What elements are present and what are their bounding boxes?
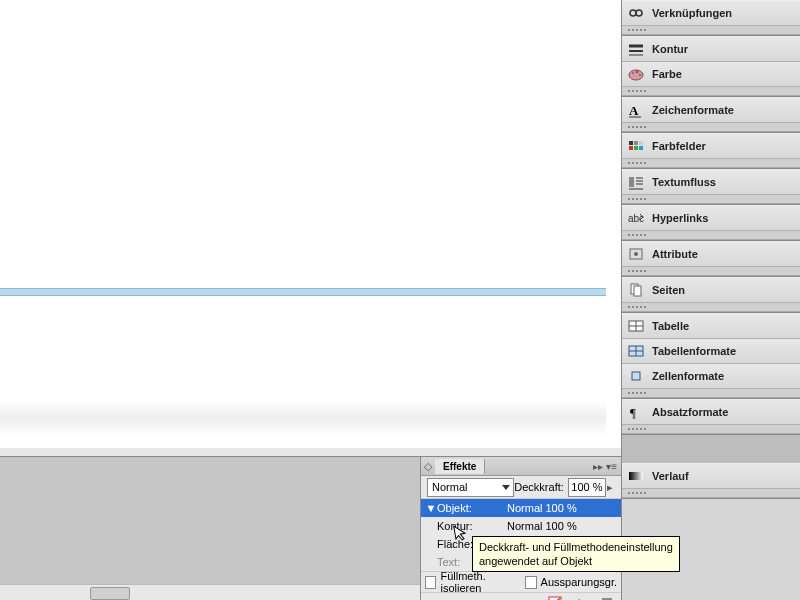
panel-label: Tabellenformate <box>652 345 736 357</box>
panel-gripper[interactable] <box>622 26 800 35</box>
svg-rect-11 <box>629 141 633 145</box>
opacity-stepper-icon[interactable]: ▸ <box>606 481 615 494</box>
panel-label: Verknüpfungen <box>652 7 732 19</box>
panel-label: Zeichenformate <box>652 104 734 116</box>
table-icon <box>626 317 646 335</box>
parastyles-icon: ¶ <box>626 403 646 421</box>
panel-gripper[interactable] <box>622 303 800 312</box>
panel-label: Kontur <box>652 43 688 55</box>
attributes-icon <box>626 245 646 263</box>
gradient-icon <box>626 467 646 485</box>
knockout-label: Aussparungsgr. <box>541 576 617 588</box>
tablestyles-icon <box>626 342 646 360</box>
svg-rect-17 <box>629 177 634 187</box>
svg-point-1 <box>636 10 642 16</box>
blend-mode-value: Normal <box>432 481 467 493</box>
panel-button-gradient[interactable]: Verlauf <box>622 464 800 489</box>
panel-button-color[interactable]: Farbe <box>622 62 800 87</box>
panel-gripper[interactable] <box>622 425 800 434</box>
blend-mode-select[interactable]: Normal <box>427 478 514 497</box>
svg-point-7 <box>636 71 639 74</box>
knockout-checkbox[interactable] <box>525 576 536 589</box>
svg-rect-39 <box>602 598 612 600</box>
effects-target-row[interactable]: ▼Objekt:Normal 100 % <box>421 499 621 517</box>
panel-label: Tabelle <box>652 320 689 332</box>
svg-rect-26 <box>634 286 641 296</box>
guide-line <box>0 288 606 296</box>
panel-button-stroke[interactable]: Kontur <box>622 37 800 62</box>
opacity-input[interactable]: 100 % <box>568 478 606 497</box>
tooltip: Deckkraft- und Füllmethodeneinstellung a… <box>472 536 680 572</box>
blend-opacity-row: Normal Deckkraft: 100 % ▸ <box>421 476 621 499</box>
svg-rect-14 <box>629 146 633 150</box>
svg-point-6 <box>632 72 635 75</box>
svg-point-0 <box>630 10 636 16</box>
pages-icon <box>626 281 646 299</box>
panel-gripper[interactable] <box>622 231 800 240</box>
panel-gripper[interactable] <box>622 489 800 498</box>
clear-effects-icon[interactable] <box>547 596 563 600</box>
panel-button-tablestyles[interactable]: Tabellenformate <box>622 339 800 364</box>
panel-gripper[interactable] <box>622 159 800 168</box>
svg-point-24 <box>634 252 638 256</box>
svg-text:¶: ¶ <box>630 405 636 420</box>
opacity-label: Deckkraft: <box>514 481 564 493</box>
effects-panel[interactable]: ◇ Effekte ▸▸ ▾≡ Normal Deckkraft: 100 % … <box>420 456 622 600</box>
svg-rect-33 <box>632 372 640 380</box>
svg-rect-35 <box>629 472 643 480</box>
stroke-icon <box>626 40 646 58</box>
panel-gripper[interactable] <box>622 267 800 276</box>
panel-gripper[interactable] <box>622 123 800 132</box>
color-icon <box>626 65 646 83</box>
panel-button-links[interactable]: Verknüpfungen <box>622 1 800 26</box>
gradient-strip <box>0 400 606 436</box>
panel-label: Seiten <box>652 284 685 296</box>
panel-label: Absatzformate <box>652 406 728 418</box>
panel-dock: VerknüpfungenKonturFarbeAZeichenformateF… <box>621 0 800 600</box>
panel-label: Hyperlinks <box>652 212 708 224</box>
svg-text:A: A <box>629 103 639 118</box>
panel-label: Verlauf <box>652 470 689 482</box>
panel-label: Farbfelder <box>652 140 706 152</box>
textwrap-icon <box>626 173 646 191</box>
panel-label: Textumfluss <box>652 176 716 188</box>
panel-button-table[interactable]: Tabelle <box>622 314 800 339</box>
chevron-down-icon <box>502 485 510 490</box>
effects-tab[interactable]: Effekte <box>435 459 485 474</box>
svg-rect-13 <box>639 141 643 145</box>
hyperlinks-icon: abc <box>626 209 646 227</box>
panel-label: Zellenformate <box>652 370 724 382</box>
panel-button-swatches[interactable]: Farbfelder <box>622 134 800 159</box>
isolate-label: Füllmeth. isolieren <box>440 570 517 594</box>
scrollbar-thumb[interactable] <box>90 587 130 600</box>
effects-panel-header[interactable]: ◇ Effekte ▸▸ ▾≡ <box>421 457 621 476</box>
panel-gripper[interactable] <box>622 389 800 398</box>
panel-button-parastyles[interactable]: ¶Absatzformate <box>622 400 800 425</box>
links-icon <box>626 4 646 22</box>
fx-menu-icon[interactable]: fx. <box>573 596 589 600</box>
effects-target-row[interactable]: Kontur:Normal 100 % <box>421 517 621 535</box>
effects-options-row: Füllmeth. isolieren Aussparungsgr. <box>421 571 621 592</box>
swatches-icon <box>626 137 646 155</box>
panel-label: Attribute <box>652 248 698 260</box>
charstyle-icon: A <box>626 101 646 119</box>
svg-point-8 <box>639 74 642 77</box>
svg-rect-12 <box>634 141 638 145</box>
panel-button-charstyle[interactable]: AZeichenformate <box>622 98 800 123</box>
cellstyles-icon <box>626 367 646 385</box>
panel-gripper[interactable] <box>622 87 800 96</box>
panel-menu-icon[interactable]: ▸▸ ▾≡ <box>593 461 617 472</box>
panel-gripper[interactable] <box>622 195 800 204</box>
pasteboard-edge <box>0 448 626 456</box>
svg-rect-15 <box>634 146 638 150</box>
horizontal-scrollbar[interactable] <box>0 584 420 600</box>
panel-label: Farbe <box>652 68 682 80</box>
trash-icon[interactable] <box>599 596 615 600</box>
panel-button-textwrap[interactable]: Textumfluss <box>622 170 800 195</box>
svg-rect-16 <box>639 146 643 150</box>
panel-button-hyperlinks[interactable]: abcHyperlinks <box>622 206 800 231</box>
panel-button-cellstyles[interactable]: Zellenformate <box>622 364 800 389</box>
panel-button-attributes[interactable]: Attribute <box>622 242 800 267</box>
isolate-checkbox[interactable] <box>425 576 436 589</box>
panel-button-pages[interactable]: Seiten <box>622 278 800 303</box>
